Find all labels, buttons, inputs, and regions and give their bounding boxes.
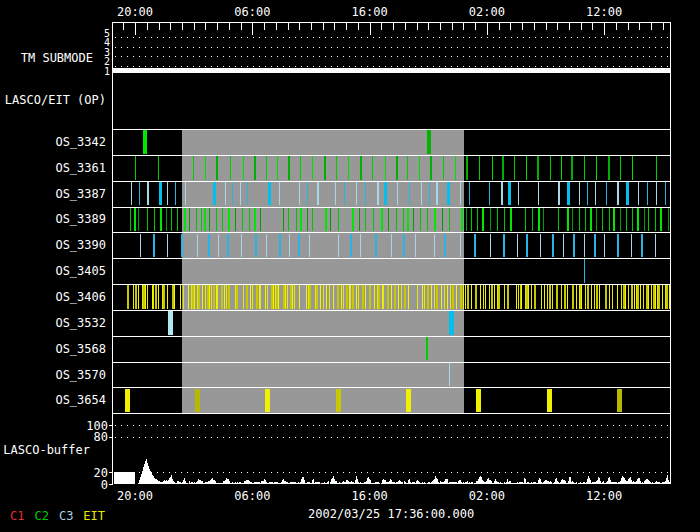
event-mark (456, 285, 457, 309)
event-mark (228, 285, 230, 309)
tick-minor (264, 22, 265, 30)
event-mark (563, 234, 564, 258)
event-mark (249, 208, 250, 232)
event-mark (465, 285, 466, 309)
event-mark (599, 285, 600, 309)
event-mark (604, 234, 605, 258)
buffer-ytick (109, 484, 113, 485)
event-mark (385, 156, 386, 180)
event-mark (378, 285, 380, 309)
plot-top-axis (112, 22, 671, 23)
event-mark (352, 208, 354, 232)
event-mark (163, 285, 165, 309)
event-mark (647, 182, 648, 206)
event-mark (218, 234, 219, 258)
event-mark (154, 208, 155, 232)
event-mark (217, 285, 218, 309)
event-mark (202, 285, 203, 309)
tick-minor (651, 22, 652, 30)
event-mark (279, 234, 281, 258)
tick-minor (229, 22, 230, 30)
event-mark (591, 285, 592, 309)
tick-minor (299, 22, 300, 30)
tm-grid-dotted-line (115, 66, 668, 67)
event-mark (419, 156, 420, 180)
tick-minor (475, 22, 476, 30)
event-mark (184, 208, 186, 232)
event-mark (360, 156, 362, 180)
event-mark (153, 234, 155, 258)
event-mark (194, 285, 195, 309)
tm-submode-value-bar (113, 68, 670, 73)
event-mark (268, 182, 271, 206)
event-mark (133, 285, 134, 309)
tick-minor (405, 22, 406, 30)
event-mark (471, 285, 472, 309)
event-mark (475, 285, 477, 309)
event-mark (537, 156, 539, 180)
event-mark (285, 285, 286, 309)
row-label: OS_3568 (2, 342, 106, 356)
event-mark (167, 234, 168, 258)
event-mark (434, 285, 435, 309)
tick-minor (393, 22, 394, 30)
event-mark (265, 389, 270, 413)
tick-minor (639, 22, 640, 30)
event-mark (430, 156, 432, 180)
tick-major (135, 22, 136, 35)
event-mark (550, 156, 551, 180)
event-mark (324, 156, 326, 180)
event-mark (442, 208, 443, 232)
event-mark (552, 234, 554, 258)
event-mark (656, 156, 657, 180)
event-mark (648, 285, 649, 309)
event-mark (655, 234, 656, 258)
event-mark (232, 182, 233, 206)
event-mark (447, 285, 448, 309)
event-mark (391, 285, 392, 309)
plot-left-border (112, 22, 113, 484)
event-mark (455, 156, 456, 180)
event-mark (540, 234, 541, 258)
event-mark (538, 208, 540, 232)
event-mark (426, 337, 428, 361)
event-mark (247, 182, 248, 206)
event-mark (497, 208, 498, 232)
tick-major (604, 22, 605, 35)
event-mark (365, 285, 366, 309)
time-tick-label-bottom: 12:00 (583, 489, 625, 503)
event-mark (655, 208, 656, 232)
event-mark (166, 208, 167, 232)
event-mark (175, 182, 176, 206)
time-tick-label-bottom: 06:00 (231, 489, 273, 503)
event-mark (225, 182, 226, 206)
time-tick-label-bottom: 20:00 (114, 489, 156, 503)
event-mark (373, 208, 374, 232)
event-mark (299, 285, 300, 309)
event-mark (188, 285, 189, 309)
event-mark (479, 156, 480, 180)
event-mark (294, 285, 295, 309)
event-mark (461, 208, 463, 232)
tick-minor (510, 22, 511, 30)
event-mark (204, 208, 206, 232)
event-mark (590, 208, 592, 232)
event-mark (391, 234, 392, 258)
event-mark (452, 285, 454, 309)
tick-minor (381, 22, 382, 30)
event-mark (504, 285, 505, 309)
event-mark (374, 285, 375, 309)
event-mark (621, 285, 622, 309)
tm-grid-dotted-line (115, 37, 668, 38)
event-mark (254, 156, 256, 180)
event-mark (584, 259, 585, 283)
event-mark (547, 389, 552, 413)
buffer-grid-dotted-line (115, 425, 668, 426)
event-mark (460, 234, 461, 258)
event-mark (584, 234, 585, 258)
event-mark (279, 182, 280, 206)
row-separator (112, 129, 671, 130)
event-mark (443, 156, 444, 180)
event-mark (429, 182, 430, 206)
event-mark (155, 285, 157, 309)
